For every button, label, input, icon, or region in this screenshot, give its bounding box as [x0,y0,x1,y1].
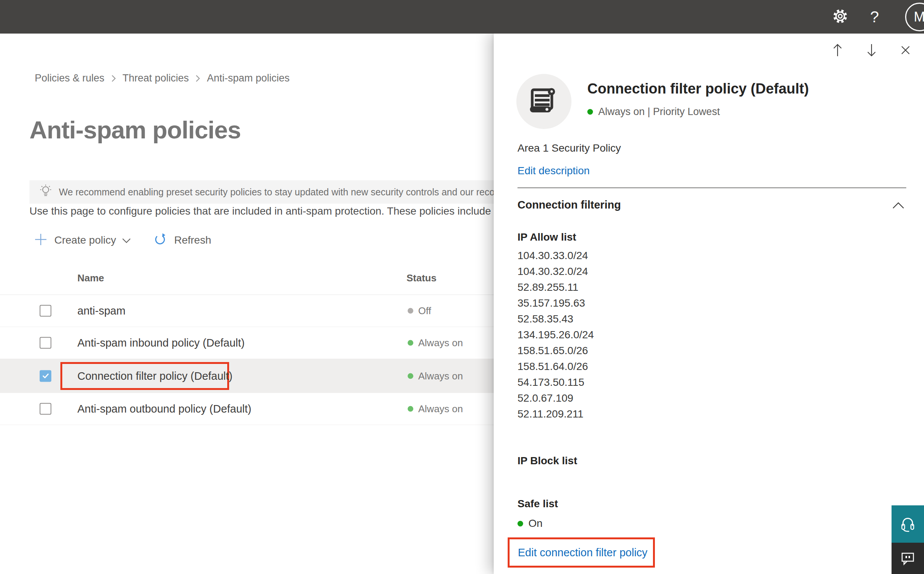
create-policy-button[interactable]: Create policy [34,233,131,248]
arrow-down-icon [866,43,877,59]
column-header-status[interactable]: Status [407,272,436,284]
status-off-dot-icon [408,308,413,314]
flyout-title: Connection filter policy (Default) [587,81,809,97]
chevron-right-icon [195,74,201,83]
breadcrumb-threat-policies[interactable]: Threat policies [123,73,189,84]
banner-text: We recommend enabling preset security po… [59,187,516,198]
flyout-status-line: Always on | Priority Lowest [587,106,720,118]
divider [517,188,906,188]
ip-entry: 134.195.26.0/24 [517,327,594,343]
status-text: Always on [418,370,463,382]
status-on-dot-icon [587,109,593,115]
policy-name[interactable]: anti-spam [78,305,125,317]
help-button[interactable]: ? [862,0,887,33]
policy-icon-badge [516,74,571,129]
column-header-name[interactable]: Name [78,272,104,284]
ip-allow-list: 104.30.33.0/24 104.30.32.0/24 52.89.255.… [517,248,594,422]
flyout-nav [830,42,913,60]
lightbulb-icon [39,184,52,200]
ip-block-list-label: IP Block list [517,455,577,467]
edit-description-link[interactable]: Edit description [517,165,590,177]
status-badge: Always on [408,337,463,349]
close-icon [900,44,911,57]
headset-icon [899,514,917,534]
ip-allow-list-label: IP Allow list [517,231,576,243]
chevron-up-icon [892,204,905,210]
policy-details-flyout: Connection filter policy (Default) Alway… [494,33,924,574]
flyout-status-text: Always on | Priority Lowest [598,106,720,118]
status-badge: Off [408,305,431,317]
status-on-dot-icon [517,521,523,527]
gear-icon [832,8,849,27]
status-on-dot-icon [408,340,413,346]
section-title-connection-filtering: Connection filtering [517,199,621,211]
policy-name[interactable]: Connection filter policy (Default) [78,370,233,382]
status-badge: Always on [408,370,463,382]
arrow-up-icon [832,43,843,59]
ip-entry: 104.30.32.0/24 [517,263,594,279]
next-item-button[interactable] [864,42,880,60]
page-description: Use this page to configure policies that… [29,205,493,217]
ip-entry: 54.173.50.115 [517,374,594,390]
breadcrumb-anti-spam-policies[interactable]: Anti-spam policies [207,73,290,84]
settings-button[interactable] [826,0,854,33]
refresh-label: Refresh [174,234,211,246]
refresh-icon [153,232,167,248]
help-icon: ? [870,8,879,26]
safe-list-label: Safe list [517,498,558,510]
ip-entry: 104.30.33.0/24 [517,248,594,263]
chevron-right-icon [111,74,117,83]
plus-icon [34,233,47,248]
chevron-down-icon [122,238,131,245]
edit-connection-filter-policy-link[interactable]: Edit connection filter policy [518,546,647,559]
status-text: Always on [418,337,463,349]
previous-item-button[interactable] [830,42,845,60]
status-text: Always on [418,403,463,415]
ip-entry: 52.11.209.211 [517,406,594,422]
annotation-highlight-box: Edit connection filter policy [508,538,655,568]
create-policy-label: Create policy [54,234,116,246]
refresh-button[interactable]: Refresh [153,232,211,248]
row-checkbox[interactable] [40,337,51,349]
status-on-dot-icon [408,373,413,378]
status-on-dot-icon [408,406,413,412]
row-checkbox[interactable] [40,305,51,317]
ip-entry: 158.51.64.0/26 [517,359,594,374]
safe-list-status: On [517,517,543,530]
status-badge: Always on [408,403,463,415]
chat-bubble-icon [900,550,916,567]
status-text: Off [418,305,431,317]
policy-name[interactable]: Anti-spam outbound policy (Default) [78,403,252,415]
toolbar: Create policy Refresh [34,230,211,251]
ip-entry: 158.51.65.0/26 [517,343,594,359]
safe-list-status-text: On [528,517,543,530]
ip-entry: 52.89.255.11 [517,279,594,295]
ip-entry: 52.0.67.109 [517,390,594,406]
breadcrumb-policies-rules[interactable]: Policies & rules [35,73,104,84]
ip-entry: 52.58.35.43 [517,311,594,327]
scroll-policy-icon [528,85,560,118]
policy-description: Area 1 Security Policy [517,142,621,154]
page-title: Anti-spam policies [29,116,241,144]
feedback-button[interactable] [892,543,924,574]
row-checkbox[interactable] [40,403,51,415]
row-checkbox-checked[interactable] [40,370,51,382]
close-flyout-button[interactable] [897,42,913,60]
breadcrumb: Policies & rules Threat policies Anti-sp… [35,73,290,84]
avatar: M [905,3,924,31]
policy-name[interactable]: Anti-spam inbound policy (Default) [78,337,245,349]
collapse-section-button[interactable] [892,202,905,211]
top-app-bar: ? M [0,0,924,33]
ip-entry: 35.157.195.63 [517,295,594,311]
account-button[interactable]: M [892,0,924,33]
support-button[interactable] [892,505,924,543]
